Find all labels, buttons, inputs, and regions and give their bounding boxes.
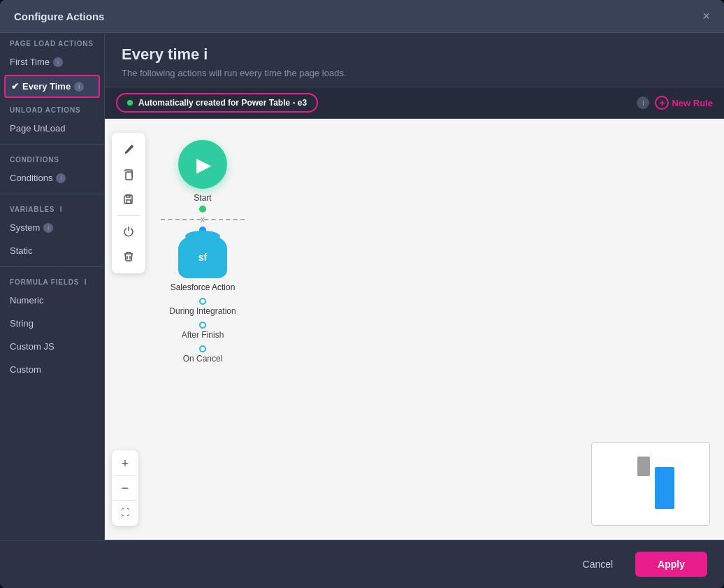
sf-icon-label: sf [198, 252, 207, 263]
connector-start-sf: x [161, 206, 245, 234]
formula-info-icon[interactable]: i [85, 278, 87, 286]
rule-label: Automatically created for Power Table - … [138, 98, 307, 108]
string-label: String [10, 318, 34, 329]
sf-node-group: sf Salesforce Action [171, 236, 236, 292]
unload-header: UNLOAD ACTIONS [0, 99, 104, 117]
content-header: Every time i The following actions will … [105, 33, 724, 87]
numeric-label: Numeric [10, 295, 43, 306]
dashed-line-container: x [161, 213, 245, 227]
sidebar-divider-2 [0, 194, 104, 194]
mini-map-node-gray [637, 457, 650, 476]
modal-overlay: Configure Actions × PAGE LOAD ACTIONS Fi… [0, 0, 724, 588]
sidebar-item-system[interactable]: System i [0, 216, 104, 239]
mini-map-inner [592, 443, 709, 525]
system-label: System [10, 222, 40, 233]
rule-pill[interactable]: Automatically created for Power Table - … [116, 93, 318, 113]
edit-tool-button[interactable] [117, 138, 140, 161]
variables-info-icon[interactable]: i [60, 206, 63, 213]
page-unload-label: Page UnLoad [10, 123, 66, 134]
new-rule-label: New Rule [672, 98, 713, 108]
canvas-toolbar [112, 133, 145, 273]
cancel-button[interactable]: Cancel [569, 552, 628, 577]
sidebar-divider-1 [0, 144, 104, 145]
save-tool-button[interactable] [117, 189, 140, 211]
page-load-header: PAGE LOAD ACTIONS [0, 33, 104, 50]
sidebar-item-string[interactable]: String [0, 312, 104, 335]
sidebar-item-every-time[interactable]: ✔ Every Time i [4, 75, 100, 98]
toolbar-divider [117, 215, 140, 216]
during-label: During Integration [169, 306, 236, 316]
apply-button[interactable]: Apply [635, 552, 707, 577]
x-marker-icon: x [201, 215, 205, 224]
sidebar-item-custom[interactable]: Custom [0, 358, 104, 381]
connector-green-dot [199, 206, 206, 213]
after-label: After Finish [182, 330, 224, 340]
modal: Configure Actions × PAGE LOAD ACTIONS Fi… [0, 0, 724, 588]
salesforce-node[interactable]: sf [178, 236, 227, 278]
cancel-dot [199, 345, 206, 352]
power-tool-button[interactable] [117, 220, 140, 243]
sidebar-item-custom-js[interactable]: Custom JS [0, 335, 104, 358]
start-node-group: ▶ Start [178, 140, 227, 203]
during-dot [199, 298, 206, 305]
flow-diagram: ▶ Start x [161, 140, 245, 364]
zoom-controls: + − ⛶ [112, 450, 138, 526]
start-label: Start [194, 193, 211, 203]
first-time-label: First Time [10, 57, 50, 67]
sidebar-divider-3 [0, 266, 104, 267]
modal-body: PAGE LOAD ACTIONS First Time i ✔ Every T… [0, 33, 724, 540]
play-icon: ▶ [196, 153, 212, 176]
content-title: Every time i [122, 45, 707, 64]
checkmark-icon: ✔ [11, 81, 19, 92]
start-node[interactable]: ▶ [178, 140, 227, 189]
sidebar-item-page-unload[interactable]: Page UnLoad [0, 117, 104, 140]
cancel-group: On Cancel [183, 340, 223, 364]
zoom-in-button[interactable]: + [115, 453, 136, 474]
main-content: Every time i The following actions will … [105, 33, 724, 540]
first-time-info-icon[interactable]: i [53, 57, 63, 67]
custom-js-label: Custom JS [10, 341, 55, 352]
system-info-icon[interactable]: i [43, 223, 53, 233]
rules-bar-info-icon[interactable]: i [637, 96, 649, 109]
fit-to-screen-button[interactable]: ⛶ [115, 502, 136, 523]
rules-bar: Automatically created for Power Table - … [105, 87, 724, 119]
variables-header: VARIABLES i [0, 199, 104, 216]
sidebar-item-static[interactable]: Static [0, 239, 104, 262]
sidebar-item-first-time[interactable]: First Time i [0, 50, 104, 73]
after-group: After Finish [182, 316, 224, 340]
zoom-divider-2 [115, 500, 136, 501]
new-rule-button[interactable]: + New Rule [655, 96, 713, 110]
during-group: During Integration [169, 292, 236, 316]
close-button[interactable]: × [702, 10, 710, 22]
modal-title: Configure Actions [14, 10, 104, 22]
conditions-label: Conditions [10, 173, 52, 183]
rule-status-dot [127, 100, 133, 106]
sf-action-label: Salesforce Action [171, 282, 236, 292]
every-time-info-icon[interactable]: i [74, 82, 84, 92]
copy-tool-button[interactable] [117, 164, 140, 186]
conditions-header: CONDITIONS [0, 149, 104, 166]
sidebar-item-conditions[interactable]: Conditions i [0, 166, 104, 189]
rules-bar-right: i + New Rule [637, 96, 713, 110]
static-label: Static [10, 245, 33, 256]
svg-rect-0 [126, 172, 132, 180]
content-subtitle: The following actions will run every tim… [122, 68, 707, 78]
every-time-label: Every Time [22, 81, 71, 92]
sidebar-item-numeric[interactable]: Numeric [0, 289, 104, 312]
modal-footer: Cancel Apply [0, 540, 724, 588]
svg-rect-2 [126, 195, 130, 197]
after-dot [199, 322, 206, 329]
delete-tool-button[interactable] [117, 245, 140, 268]
sidebar: PAGE LOAD ACTIONS First Time i ✔ Every T… [0, 33, 105, 540]
modal-header: Configure Actions × [0, 0, 724, 33]
content-title-info-icon[interactable]: i [203, 45, 208, 64]
mini-map-node-blue [655, 467, 674, 509]
canvas-area: ▶ Start x [105, 119, 724, 540]
new-rule-plus-icon: + [655, 96, 669, 110]
zoom-divider [115, 475, 136, 476]
zoom-out-button[interactable]: − [115, 478, 136, 499]
mini-map [591, 442, 710, 526]
custom-label: Custom [10, 364, 41, 375]
conditions-info-icon[interactable]: i [56, 173, 66, 183]
formula-header: FORMULA FIELDS i [0, 271, 104, 289]
